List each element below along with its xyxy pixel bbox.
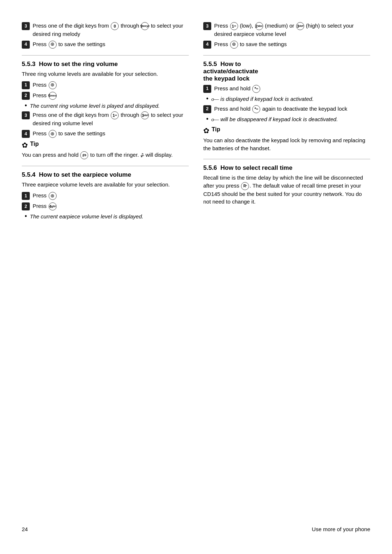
key-r2: 2abc <box>255 22 263 30</box>
key-nav: ⊛ <box>49 41 57 49</box>
right-column: 3 Press 1∞ (low), 2abc (medium) or 3def … <box>203 22 370 515</box>
step-553-1: 1 Press ⊛ <box>22 81 189 89</box>
step-554-2: 2 Press 4ghi <box>22 202 189 210</box>
key-r: R* <box>241 182 249 190</box>
key-star-2: *∞ <box>252 105 260 113</box>
footer-text: Use more of your phone <box>312 526 370 532</box>
key-6: 6mno <box>49 92 57 100</box>
section-555: 5.5.5 How toactivate/deactivatethe keypa… <box>203 61 370 152</box>
step-num-554-1: 1 <box>22 192 30 200</box>
bullet-dot-r1: • <box>206 95 208 103</box>
divider-r2 <box>203 159 370 159</box>
step-4-save: 4 Press ⊛ to save the settings <box>22 40 189 49</box>
tip-text-555: You can also deactivate the keypad lock … <box>203 136 370 152</box>
section-554-title: 5.5.4 How to set the earpiece volume <box>22 171 189 178</box>
bullet-555-2: • o— will be disappeared if keypad lock … <box>206 115 370 124</box>
key-nav-2: ⊛ <box>49 130 57 138</box>
section-554: 5.5.4 How to set the earpiece volume Thr… <box>22 171 189 221</box>
page-number: 24 <box>22 526 28 532</box>
step-num-4: 4 <box>22 41 30 49</box>
step-num-3b: 3 <box>22 111 30 119</box>
muted-icon: ♪̶ <box>140 152 144 158</box>
key-9: 9wxyz <box>141 22 149 30</box>
section-553-title: 5.5.3 How to set the ring volume <box>22 61 189 68</box>
step-right-4: 4 Press ⊛ to save the settings <box>203 40 370 49</box>
step-num-r3: 3 <box>203 22 211 30</box>
tip-555: ✿ Tip <box>203 126 370 135</box>
step-right-3: 3 Press 1∞ (low), 2abc (medium) or 3def … <box>203 22 370 38</box>
key-r1: 1∞ <box>230 22 238 30</box>
divider-r1 <box>203 55 370 56</box>
step-num-555-1: 1 <box>203 85 211 93</box>
bullet-dot-r2: • <box>206 115 208 123</box>
tip-icon-555: ✿ <box>203 126 209 135</box>
step-555-1-text: Press and hold *∞ <box>214 85 261 93</box>
divider-2 <box>22 166 189 166</box>
divider-1 <box>22 55 189 56</box>
top-steps-continuation: 3 Press one of the digit keys from 0 thr… <box>22 22 189 49</box>
step-554-1: 1 Press ⊛ <box>22 192 189 200</box>
key-1: 1∞ <box>111 111 119 119</box>
step-554-1-text: Press ⊛ <box>33 192 57 200</box>
bullet-555-1: • o— is displayed if keypad lock is acti… <box>206 95 370 103</box>
left-column: 3 Press one of the digit keys from 0 thr… <box>22 22 189 515</box>
tip-label-553: Tip <box>30 141 39 147</box>
section-554-steps: 1 Press ⊛ 2 Press 4ghi • The current ear… <box>22 192 189 221</box>
step-3-ring-melody: 3 Press one of the digit keys from 0 thr… <box>22 22 189 38</box>
step-num-554-2: 2 <box>22 202 30 210</box>
step-3-text: Press one of the digit keys from 0 throu… <box>33 22 189 38</box>
step-num-r4: 4 <box>203 41 211 49</box>
page: 3 Press one of the digit keys from 0 thr… <box>0 0 392 554</box>
step-553-2-text: Press 6mno <box>33 91 57 100</box>
page-footer: 24 Use more of your phone <box>22 524 370 532</box>
section-554-desc: Three earpiece volume levels are availab… <box>22 181 189 189</box>
step-553-3-text: Press one of the digit keys from 1∞ thro… <box>33 111 189 127</box>
step-553-3: 3 Press one of the digit keys from 1∞ th… <box>22 111 189 127</box>
step-553-1-text: Press ⊛ <box>33 81 57 89</box>
step-num-3: 3 <box>22 22 30 30</box>
step-right-3-text: Press 1∞ (low), 2abc (medium) or 3def (h… <box>214 22 370 38</box>
step-554-2-text: Press 4ghi <box>33 202 57 210</box>
step-4-text: Press ⊛ to save the settings <box>33 40 105 49</box>
step-num-1: 1 <box>22 81 30 89</box>
tip-553: ✿ Tip <box>22 141 189 149</box>
section-553: 5.5.3 How to set the ring volume Three r… <box>22 61 189 159</box>
bullet-dot: • <box>25 102 27 110</box>
step-553-4-text: Press ⊛ to save the settings <box>33 130 105 138</box>
tip-label-555: Tip <box>212 126 220 133</box>
key-3: 3def <box>141 111 149 119</box>
two-column-layout: 3 Press one of the digit keys from 0 thr… <box>22 22 370 515</box>
step-right-4-text: Press ⊛ to save the settings <box>214 40 287 49</box>
step-num-4b: 4 <box>22 130 30 138</box>
tip-icon-553: ✿ <box>22 141 28 149</box>
section-556-title: 5.5.6 How to select recall time <box>203 164 370 172</box>
bullet-553-1-text: The current ring volume level is played … <box>30 102 160 110</box>
step-553-4: 4 Press ⊛ to save the settings <box>22 130 189 138</box>
section-553-desc: Three ring volume levels are available f… <box>22 70 189 78</box>
key-0: 0 <box>111 22 119 30</box>
section-555-title: 5.5.5 How toactivate/deactivatethe keypa… <box>203 61 370 82</box>
key-nav-3: ⊛ <box>49 192 57 200</box>
step-num-555-2: 2 <box>203 105 211 113</box>
section-553-steps: 1 Press ⊛ 2 Press 6mno • The current rin… <box>22 81 189 138</box>
key-4: 4ghi <box>49 202 57 210</box>
step-553-2: 2 Press 6mno <box>22 91 189 100</box>
step-555-2-text: Press and hold *∞ again to deactivate th… <box>214 105 347 113</box>
key-nav-r: ⊛ <box>230 41 238 49</box>
bullet-555-1-text: o— is displayed if keypad lock is activa… <box>211 95 314 103</box>
bullet-555-2-text: o— will be disappeared if keypad lock is… <box>211 115 338 124</box>
section-556: 5.5.6 How to select recall time Recall t… <box>203 164 370 206</box>
key-r3: 3def <box>296 22 304 30</box>
section-555-steps: 1 Press and hold *∞ • o— is displayed if… <box>203 85 370 124</box>
key-hash: #$ <box>80 151 88 159</box>
bullet-554-1: • The current earpiece volume level is d… <box>25 213 189 221</box>
section-556-desc: Recall time is the time delay by which t… <box>203 174 370 206</box>
tip-text-553: You can press and hold #$ to turn off th… <box>22 151 189 159</box>
bullet-553-1: • The current ring volume level is playe… <box>25 102 189 110</box>
step-555-1: 1 Press and hold *∞ <box>203 85 370 93</box>
key-nav-1: ⊛ <box>49 81 57 89</box>
bullet-554-1-text: The current earpiece volume level is dis… <box>30 213 143 221</box>
top-right-continuation: 3 Press 1∞ (low), 2abc (medium) or 3def … <box>203 22 370 49</box>
key-star: *∞ <box>252 85 260 93</box>
bullet-dot-2: • <box>25 213 27 221</box>
